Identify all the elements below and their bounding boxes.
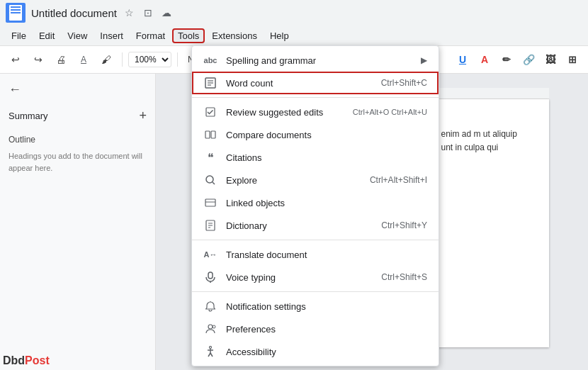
- compare-label: Compare documents: [226, 130, 427, 140]
- translate-label: Translate document: [226, 250, 427, 260]
- word-count-shortcut: Ctrl+Shift+C: [381, 78, 427, 88]
- spelling-label: Spelling and grammar: [226, 55, 421, 66]
- dictionary-label: Dictionary: [226, 220, 370, 231]
- notifications-item[interactable]: Notification settings: [192, 295, 439, 318]
- menu-help[interactable]: Help: [264, 28, 295, 43]
- summary-label: Summary: [9, 111, 48, 121]
- title-icons: ☆ ⊡ ☁: [123, 6, 174, 20]
- svg-line-8: [213, 182, 215, 184]
- voice-icon: [203, 270, 217, 284]
- print-button[interactable]: 🖨: [51, 50, 71, 69]
- redo-button[interactable]: ↪: [28, 50, 48, 69]
- add-summary-button[interactable]: +: [139, 108, 147, 123]
- menu-view[interactable]: View: [62, 28, 93, 43]
- accessibility-item[interactable]: Accessibility: [192, 340, 439, 363]
- toolbar-divider-1: [122, 52, 123, 67]
- svg-rect-15: [208, 272, 213, 279]
- watermark-post: Post: [25, 354, 50, 366]
- menu-file[interactable]: File: [6, 28, 32, 43]
- dictionary-item[interactable]: Dictionary Ctrl+Shift+Y: [192, 214, 439, 237]
- voice-shortcut: Ctrl+Shift+S: [381, 272, 427, 282]
- dictionary-shortcut: Ctrl+Shift+Y: [381, 220, 427, 230]
- tools-dropdown-menu: abc Spelling and grammar ▶ Word count Ct…: [191, 45, 439, 366]
- compare-icon: [203, 128, 217, 142]
- folder-icon[interactable]: ⊡: [141, 6, 155, 20]
- app-icon: [6, 3, 26, 23]
- review-edits-item[interactable]: Review suggested edits Ctrl+Alt+O Ctrl+A…: [192, 101, 439, 123]
- spelling-grammar-item[interactable]: abc Spelling and grammar ▶: [192, 49, 439, 72]
- zoom-select[interactable]: 100% 75% 125% 150%: [128, 52, 171, 67]
- explore-label: Explore: [226, 175, 358, 186]
- link-button[interactable]: 🔗: [519, 50, 538, 69]
- cloud-icon[interactable]: ☁: [159, 6, 174, 20]
- compare-docs-item[interactable]: Compare documents: [192, 123, 439, 146]
- menu-bar: File Edit View Insert Format Tools Exten…: [0, 26, 588, 45]
- explore-shortcut: Ctrl+Alt+Shift+I: [370, 175, 427, 185]
- menu-insert[interactable]: Insert: [94, 28, 129, 43]
- preferences-label: Preferences: [226, 324, 427, 335]
- font-color-button[interactable]: A: [475, 50, 494, 69]
- underline-button[interactable]: U: [453, 50, 473, 69]
- divider-2: [192, 240, 439, 240]
- citations-label: Citations: [226, 152, 427, 163]
- svg-rect-9: [205, 199, 215, 206]
- notifications-label: Notification settings: [226, 301, 427, 312]
- accessibility-label: Accessibility: [226, 347, 427, 357]
- toolbar-divider-2: [177, 52, 178, 67]
- citations-icon: ❝: [203, 150, 217, 164]
- preferences-icon: [203, 322, 217, 336]
- word-count-item[interactable]: Word count Ctrl+Shift+C: [192, 72, 439, 94]
- tools-dropdown: abc Spelling and grammar ▶ Word count Ct…: [191, 45, 439, 366]
- format-toolbar: U A ✏ 🔗 🖼 ⊞: [453, 50, 582, 69]
- review-shortcut: Ctrl+Alt+O Ctrl+Alt+U: [353, 108, 427, 116]
- svg-rect-5: [205, 131, 210, 138]
- menu-format[interactable]: Format: [130, 28, 171, 43]
- voice-typing-item[interactable]: Voice typing Ctrl+Shift+S: [192, 266, 439, 288]
- title-bar: Untitled document ☆ ⊡ ☁: [0, 0, 588, 26]
- svg-point-18: [213, 325, 215, 328]
- sidebar: ← Summary + Outline Headings you add to …: [0, 74, 156, 370]
- notifications-icon: [203, 299, 217, 313]
- menu-tools[interactable]: Tools: [172, 28, 205, 43]
- word-count-label: Word count: [226, 78, 370, 89]
- divider-3: [192, 291, 439, 292]
- explore-icon: [203, 173, 217, 187]
- table-button[interactable]: ⊞: [562, 50, 582, 69]
- svg-line-22: [208, 353, 210, 357]
- translate-icon: A↔: [203, 247, 217, 262]
- explore-item[interactable]: Explore Ctrl+Alt+Shift+I: [192, 169, 439, 191]
- menu-edit[interactable]: Edit: [33, 28, 60, 43]
- paint-format-button[interactable]: 🖌: [96, 50, 116, 69]
- linked-label: Linked objects: [226, 198, 427, 208]
- voice-label: Voice typing: [226, 272, 370, 283]
- document-title[interactable]: Untitled document: [31, 7, 117, 19]
- accessibility-icon: [203, 344, 217, 359]
- divider-1: [192, 97, 439, 98]
- sidebar-summary: Summary +: [9, 108, 147, 123]
- menu-extensions[interactable]: Extensions: [206, 28, 263, 43]
- linked-icon: [203, 196, 217, 210]
- review-label: Review suggested edits: [226, 107, 341, 118]
- dictionary-icon: [203, 218, 217, 232]
- watermark-dbd: Dbd: [3, 354, 25, 366]
- linked-objects-item[interactable]: Linked objects: [192, 191, 439, 214]
- outline-hint: Headings you add to the document will ap…: [9, 150, 147, 174]
- citations-item[interactable]: ❝ Citations: [192, 146, 439, 169]
- svg-point-7: [206, 176, 213, 183]
- svg-line-23: [210, 353, 213, 357]
- image-button[interactable]: 🖼: [541, 50, 560, 69]
- review-icon: [203, 105, 217, 119]
- svg-rect-6: [211, 131, 215, 138]
- spellcheck-button[interactable]: A: [74, 50, 94, 69]
- outline-label: Outline: [9, 135, 147, 145]
- preferences-item[interactable]: Preferences: [192, 318, 439, 340]
- translate-item[interactable]: A↔ Translate document: [192, 243, 439, 266]
- star-icon[interactable]: ☆: [123, 6, 137, 20]
- spelling-arrow: ▶: [421, 55, 427, 65]
- spelling-icon: abc: [203, 53, 217, 67]
- word-count-icon: [203, 76, 217, 90]
- watermark: DbdPost: [3, 354, 50, 367]
- undo-button[interactable]: ↩: [6, 50, 26, 69]
- highlight-button[interactable]: ✏: [497, 50, 516, 69]
- back-button[interactable]: ←: [9, 82, 147, 97]
